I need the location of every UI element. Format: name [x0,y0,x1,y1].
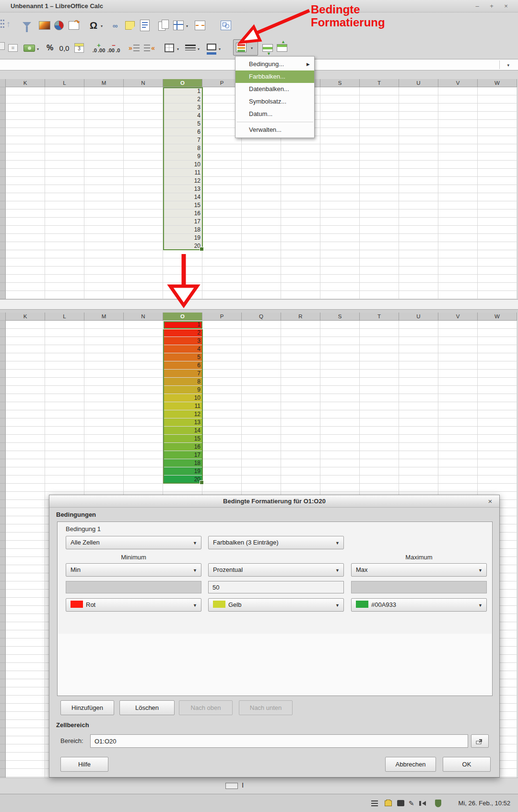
grid-cell[interactable] [45,484,84,492]
grid-cell[interactable] [124,218,163,226]
grid-cell[interactable] [281,321,320,329]
grid-cell[interactable] [124,402,163,410]
grid-cell[interactable] [399,209,438,218]
grid-cell[interactable] [478,95,517,104]
grid-cell[interactable] [438,275,478,283]
grid-cell[interactable] [124,427,163,435]
grid-cell[interactable] [438,345,478,353]
grid-cell[interactable] [242,402,281,410]
grid-cell[interactable] [281,435,320,443]
grid-cell[interactable]: 11 [163,402,202,410]
grid-cell[interactable] [6,291,45,299]
grid-cell[interactable] [6,283,45,291]
grid-cell[interactable] [320,370,360,378]
max-color-select[interactable]: #00A933 ▼ [351,598,487,612]
grid-cell[interactable] [281,226,320,234]
grid-cell[interactable] [320,459,360,467]
grid-cell[interactable] [281,169,320,177]
min-type-select[interactable]: Min▼ [66,563,201,577]
grid-cell[interactable] [242,209,281,218]
grid-cell[interactable] [6,606,45,614]
grid-cell[interactable] [399,378,438,386]
grid-cell[interactable] [242,161,281,169]
grid-cell[interactable] [202,402,242,410]
grid-cell[interactable] [320,161,360,169]
grid-cell[interactable] [124,95,163,104]
grid-cell[interactable] [84,95,124,104]
grid-cell[interactable] [320,427,360,435]
grid-cell[interactable] [124,87,163,95]
cut-off-icon[interactable] [0,42,5,50]
grid-cell[interactable] [360,95,399,104]
grid-cell[interactable] [6,761,45,769]
grid-cell[interactable] [438,250,478,258]
grid-cell[interactable] [399,87,438,95]
grid-cell[interactable] [45,386,84,394]
max-type-select[interactable]: Max▼ [351,563,487,577]
grid-cell[interactable] [320,386,360,394]
grid-cell[interactable] [360,484,399,492]
grid-cell[interactable] [84,361,124,370]
grid-cell[interactable] [6,696,45,704]
grid-cell[interactable] [84,283,124,291]
grid-cell[interactable] [281,275,320,283]
grid-cell[interactable]: 11 [163,169,202,177]
grid-cell[interactable] [360,87,399,95]
grid-cell[interactable] [360,128,399,136]
grid-cell[interactable] [320,345,360,353]
grid-cell[interactable] [45,459,84,467]
grid-cell[interactable] [45,104,84,112]
grid-cell[interactable] [478,112,517,120]
grid-cell[interactable] [438,226,478,234]
grid-cell[interactable] [84,321,124,329]
column-header-M[interactable]: M [84,313,124,321]
grid-cell[interactable] [320,120,360,128]
headers-footers-icon[interactable] [138,19,152,32]
grid-cell[interactable] [281,234,320,242]
grid-cell[interactable] [438,242,478,250]
grid-cell[interactable] [399,193,438,201]
grid-cell[interactable] [242,234,281,242]
column-header-Q[interactable]: Q [242,313,281,321]
sort-ascending-icon[interactable]: ↑ [0,19,12,32]
grid-cell[interactable] [399,226,438,234]
grid-cell[interactable] [124,386,163,394]
grid-cell[interactable] [360,394,399,402]
column-header-U[interactable]: U [399,313,438,321]
grid-cell[interactable]: 5 [163,353,202,361]
grid-cell[interactable]: 4 [163,345,202,353]
grid-cell[interactable] [124,283,163,291]
grid-cell[interactable] [478,378,517,386]
column-header-V[interactable]: V [438,313,478,321]
grid-cell[interactable] [124,258,163,267]
grid-cell[interactable] [163,283,202,291]
grid-cell[interactable] [360,226,399,234]
grid-cell[interactable] [84,267,124,275]
grid-cell[interactable] [242,361,281,370]
grid-cell[interactable] [45,361,84,370]
grid-cell[interactable] [320,283,360,291]
grid-cell[interactable] [478,291,517,299]
grid-cell[interactable] [281,459,320,467]
menu-item-datum[interactable]: Datum... [235,108,314,120]
grid-cell[interactable] [124,418,163,427]
grid-cell[interactable] [478,353,517,361]
grid-cell[interactable] [84,177,124,185]
grid-cell[interactable] [438,283,478,291]
grid-cell[interactable] [399,418,438,427]
grid-cell[interactable] [45,226,84,234]
grid-cell[interactable] [124,152,163,161]
grid-cell[interactable] [360,329,399,337]
currency-caret-icon[interactable]: ▾ [37,47,39,51]
grid-cell[interactable] [438,234,478,242]
grid-cell[interactable] [45,337,84,345]
grid-cell[interactable] [45,242,84,250]
grid-cell[interactable]: 6 [163,128,202,136]
add-decimal-icon[interactable]: +.0 .00 [92,41,106,55]
grid-cell[interactable] [438,161,478,169]
grid-cell[interactable] [320,177,360,185]
grid-cell[interactable] [281,283,320,291]
grid-cell[interactable] [438,337,478,345]
grid-cell[interactable] [360,443,399,451]
grid-cell[interactable] [202,291,242,299]
